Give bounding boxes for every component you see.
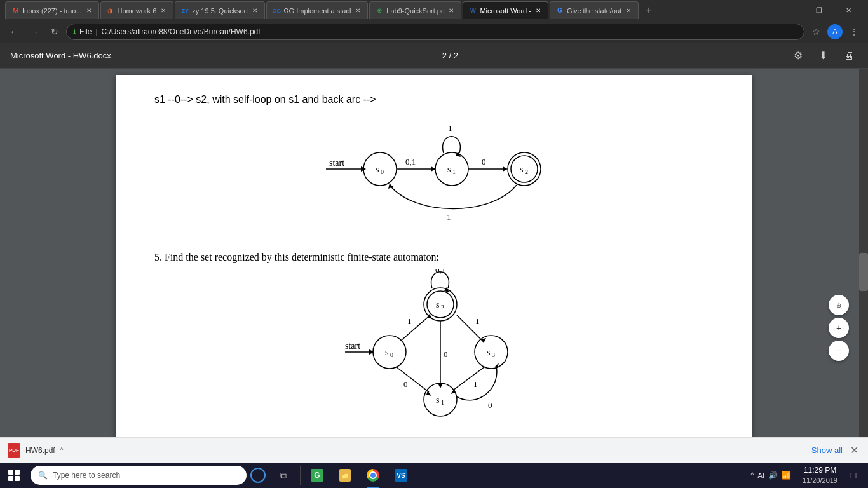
question5-text: 5. Find the set recognized by this deter… (154, 252, 714, 263)
tab-quicksort-close[interactable]: ✕ (250, 6, 259, 15)
address-right-icons: ☆ A ⋮ (807, 23, 863, 41)
svg-text:0: 0 (390, 351, 393, 358)
tab-homework6-close[interactable]: ✕ (159, 6, 168, 15)
tab-lab9-close[interactable]: ✕ (447, 6, 456, 15)
clock[interactable]: 11:29 PM 11/20/2019 (799, 466, 841, 485)
download-filename: HW6.pdf (25, 446, 55, 455)
svg-text:s: s (385, 348, 388, 357)
title-bar: M Inbox (227) - trao... ✕ ◑ Homework 6 ✕… (0, 0, 868, 20)
svg-point-9 (435, 152, 468, 186)
volume-icon[interactable]: 🔊 (768, 471, 778, 480)
menu-icon[interactable]: ⋮ (845, 23, 863, 41)
tab-bar: M Inbox (227) - trao... ✕ ◑ Homework 6 ✕… (5, 0, 770, 20)
tab-give-state[interactable]: G Give the state/out ✕ (550, 1, 639, 19)
minimize-button[interactable]: — (775, 0, 804, 20)
fit-to-page-button[interactable]: ⊕ (829, 295, 849, 315)
task-view-icon: ⧉ (280, 470, 287, 481)
tab-implement-close[interactable]: ✕ (353, 6, 362, 15)
tab-give-state-close[interactable]: ✕ (624, 6, 633, 15)
tab-lab9-label: Lab9-QuickSort.pc (386, 7, 444, 15)
maximize-button[interactable]: ❐ (804, 0, 834, 20)
taskbar-app-taskview[interactable]: ⧉ (269, 463, 297, 488)
pdf-download-button[interactable]: ⬇ (815, 47, 832, 65)
taskbar-divider (300, 466, 301, 485)
svg-point-18 (511, 156, 538, 182)
search-placeholder: Type here to search (53, 471, 120, 480)
taskbar-app-chrome[interactable] (359, 463, 387, 488)
tab-quicksort[interactable]: ZY zy 19.5. Quicksort ✕ (175, 1, 265, 19)
tab-implement[interactable]: ΩG ΩG Implement a stacl ✕ (266, 1, 368, 19)
svg-text:0: 0 (488, 400, 492, 410)
forward-button[interactable]: → (25, 23, 43, 41)
start-button[interactable] (0, 463, 28, 488)
svg-text:0: 0 (482, 157, 486, 166)
svg-text:1: 1 (407, 316, 412, 326)
tab-gmail[interactable]: M Inbox (227) - trao... ✕ (5, 1, 99, 19)
clock-time: 11:29 PM (803, 466, 837, 476)
vscode-icon: VS (395, 469, 407, 482)
taskbar-app-files[interactable]: 📁 (331, 463, 359, 488)
clock-date: 11/20/2019 (803, 476, 837, 485)
svg-text:0: 0 (381, 168, 384, 175)
bookmark-icon[interactable]: ☆ (807, 23, 825, 41)
new-tab-button[interactable]: + (640, 1, 658, 19)
tab-msword[interactable]: W Microsoft Word - ✕ (463, 1, 548, 19)
download-item: PDF HW6.pdf ^ (8, 443, 63, 458)
network-icon[interactable]: 📶 (782, 471, 791, 480)
notification-icon: □ (851, 470, 856, 480)
svg-text:1: 1 (447, 212, 451, 222)
svg-line-50 (396, 367, 429, 392)
language-indicator: AI (758, 471, 764, 479)
svg-marker-15 (503, 166, 508, 172)
taskbar-search[interactable]: 🔍 Type here to search (31, 466, 247, 485)
pdf-page: s1 --0--> s2, with self-loop on s1 and b… (116, 75, 752, 437)
taskbar: 🔍 Type here to search ⧉ G 📁 VS ^ AI 🔊 📶 … (0, 463, 868, 488)
download-bar-close[interactable]: ✕ (848, 444, 860, 457)
tab-homework6[interactable]: ◑ Homework 6 ✕ (100, 1, 174, 19)
svg-text:start: start (345, 341, 360, 351)
tab-msword-close[interactable]: ✕ (534, 6, 543, 15)
close-button[interactable]: ✕ (834, 0, 863, 20)
zoom-controls: ⊕ + − (829, 295, 849, 361)
back-button[interactable]: ← (5, 23, 23, 41)
secure-icon: ℹ (73, 27, 76, 36)
svg-text:s: s (436, 395, 439, 405)
pdf-toolbar: Microsoft Word - HW6.docx 2 / 2 ⚙ ⬇ 🖨 (0, 43, 868, 69)
download-caret-button[interactable]: ^ (60, 447, 64, 454)
url-path: C:/Users/altraore88/OneDrive/Bureau/HW6.… (101, 27, 260, 36)
taskbar-app-vscode[interactable]: VS (387, 463, 415, 488)
tab-gmail-close[interactable]: ✕ (85, 6, 93, 15)
pdf-title: Microsoft Word - HW6.docx (10, 51, 111, 60)
pdf-page-info: 2 / 2 (442, 51, 458, 60)
url-bar[interactable]: ℹ File | C:/Users/altraore88/OneDrive/Bu… (66, 24, 804, 40)
sys-tray-icons: ^ AI 🔊 📶 (745, 471, 796, 480)
tab-homework6-label: Homework 6 (118, 7, 157, 15)
diagram2-svg: s 2 0,1 start s 0 s 3 s (320, 269, 548, 422)
cortana-button[interactable] (247, 463, 269, 488)
taskbar-app-gimp[interactable]: G (303, 463, 331, 488)
pdf-print-button[interactable]: 🖨 (840, 47, 858, 65)
profile-icon[interactable]: A (827, 24, 843, 39)
notification-button[interactable]: □ (844, 463, 863, 488)
svg-marker-48 (438, 383, 443, 388)
give-state-favicon: G (555, 6, 564, 15)
zoom-out-button[interactable]: − (829, 341, 849, 361)
gmail-favicon: M (11, 6, 20, 15)
svg-text:0,1: 0,1 (435, 269, 445, 274)
homework6-favicon: ◑ (106, 6, 115, 15)
gimp-icon: G (311, 469, 323, 482)
zoom-in-button[interactable]: + (829, 318, 849, 338)
scrollbar-thumb[interactable] (859, 253, 868, 291)
svg-text:1: 1 (441, 399, 444, 406)
scrollbar[interactable] (859, 69, 868, 437)
show-hidden-icon[interactable]: ^ (750, 471, 754, 480)
pdf-settings-button[interactable]: ⚙ (789, 47, 807, 65)
show-all-button[interactable]: Show all (811, 445, 843, 455)
tab-give-state-label: Give the state/out (567, 7, 621, 15)
implement-favicon: ΩG (272, 6, 281, 15)
quicksort-favicon: ZY (180, 6, 189, 15)
svg-text:s: s (436, 300, 439, 309)
refresh-button[interactable]: ↻ (46, 23, 64, 41)
tab-lab9[interactable]: ⊕ Lab9-QuickSort.pc ✕ (369, 1, 461, 19)
pdf-file-icon: PDF (8, 443, 20, 458)
